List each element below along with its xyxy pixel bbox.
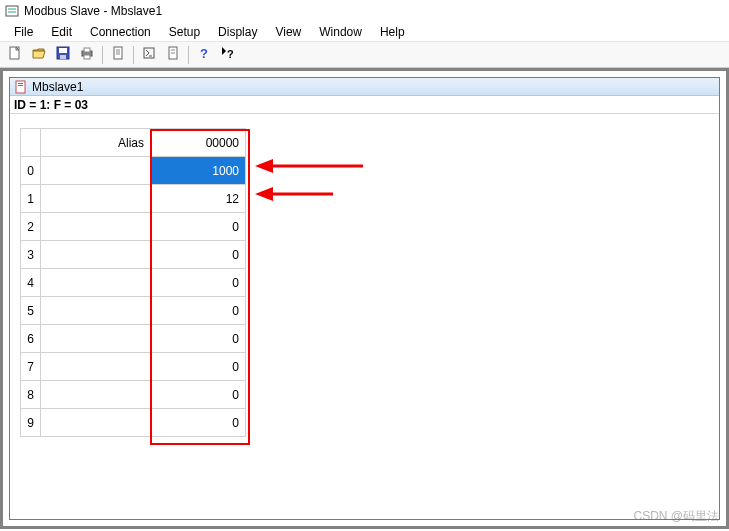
annotation-arrow-1 [255,156,365,176]
svg-rect-8 [84,48,90,52]
disconnect-icon [165,45,181,64]
alias-cell[interactable] [41,185,151,213]
svg-rect-23 [18,85,23,86]
svg-text:?: ? [227,48,234,60]
document-body: Alias 00000 010001122030405060708090 [10,114,719,519]
row-index: 3 [21,241,41,269]
alias-cell[interactable] [41,325,151,353]
row-index: 1 [21,185,41,213]
annotation-arrow-2 [255,184,335,204]
svg-rect-9 [84,55,90,59]
help-icon: ? [196,45,212,64]
table-row[interactable]: 80 [21,381,246,409]
alias-cell[interactable] [41,297,151,325]
alias-cell[interactable] [41,157,151,185]
alias-cell[interactable] [41,241,151,269]
disconnect-button[interactable] [162,44,184,66]
value-cell[interactable]: 0 [151,325,246,353]
svg-marker-27 [255,187,273,201]
value-cell[interactable]: 0 [151,241,246,269]
alias-cell[interactable] [41,269,151,297]
alias-cell[interactable] [41,409,151,437]
watermark: CSDN @码里法 [633,508,719,525]
value-cell[interactable]: 0 [151,381,246,409]
context-help-button[interactable]: ? [217,44,239,66]
menu-view[interactable]: View [267,23,309,41]
row-index: 8 [21,381,41,409]
table-row[interactable]: 112 [21,185,246,213]
svg-rect-10 [114,47,122,59]
svg-rect-0 [6,6,18,16]
menubar: FileEditConnectionSetupDisplayViewWindow… [0,22,729,42]
save-icon [55,45,71,64]
window-titlebar: Modbus Slave - Mbslave1 [0,0,729,22]
row-index: 2 [21,213,41,241]
row-index: 0 [21,157,41,185]
print-button[interactable] [76,44,98,66]
context-help-icon: ? [220,45,236,64]
table-row[interactable]: 01000 [21,157,246,185]
table-row[interactable]: 30 [21,241,246,269]
table-row[interactable]: 90 [21,409,246,437]
row-index: 7 [21,353,41,381]
svg-rect-21 [16,81,25,93]
menu-display[interactable]: Display [210,23,265,41]
register-table[interactable]: Alias 00000 010001122030405060708090 [20,128,246,437]
save-button[interactable] [52,44,74,66]
header-alias[interactable]: Alias [41,129,151,157]
row-index: 6 [21,325,41,353]
toolbar: ?? [0,42,729,68]
mdi-client-area: Mbslave1 ID = 1: F = 03 Alias 00000 0100… [0,68,729,529]
svg-rect-6 [60,55,66,59]
svg-marker-25 [255,159,273,173]
value-cell[interactable]: 12 [151,185,246,213]
alias-cell[interactable] [41,381,151,409]
app-icon [4,3,20,19]
table-row[interactable]: 50 [21,297,246,325]
open-icon [31,45,47,64]
document-window: Mbslave1 ID = 1: F = 03 Alias 00000 0100… [9,77,720,520]
help-button[interactable]: ? [193,44,215,66]
menu-setup[interactable]: Setup [161,23,208,41]
connect-button[interactable] [138,44,160,66]
table-header-row: Alias 00000 [21,129,246,157]
menu-connection[interactable]: Connection [82,23,159,41]
alias-cell[interactable] [41,213,151,241]
new-button[interactable] [4,44,26,66]
value-cell[interactable]: 0 [151,353,246,381]
table-row[interactable]: 60 [21,325,246,353]
row-index: 9 [21,409,41,437]
row-index: 5 [21,297,41,325]
menu-edit[interactable]: Edit [43,23,80,41]
svg-rect-22 [18,83,23,84]
menu-file[interactable]: File [6,23,41,41]
document-icon [110,45,126,64]
row-index: 4 [21,269,41,297]
document-titlebar[interactable]: Mbslave1 [10,78,719,96]
open-button[interactable] [28,44,50,66]
print-icon [79,45,95,64]
toolbar-separator [102,46,103,64]
header-value[interactable]: 00000 [151,129,246,157]
svg-rect-5 [59,48,67,53]
new-icon [7,45,23,64]
window-title: Modbus Slave - Mbslave1 [24,4,162,18]
toolbar-separator [133,46,134,64]
table-row[interactable]: 20 [21,213,246,241]
value-cell[interactable]: 0 [151,213,246,241]
document-button[interactable] [107,44,129,66]
mdi-inner-frame: Mbslave1 ID = 1: F = 03 Alias 00000 0100… [3,71,726,526]
document-title: Mbslave1 [32,80,83,94]
table-row[interactable]: 70 [21,353,246,381]
toolbar-separator [188,46,189,64]
svg-text:?: ? [200,46,208,61]
menu-help[interactable]: Help [372,23,413,41]
value-cell[interactable]: 0 [151,269,246,297]
alias-cell[interactable] [41,353,151,381]
table-row[interactable]: 40 [21,269,246,297]
menu-window[interactable]: Window [311,23,370,41]
value-cell[interactable]: 0 [151,297,246,325]
value-cell[interactable]: 1000 [151,157,246,185]
document-icon [14,80,28,94]
value-cell[interactable]: 0 [151,409,246,437]
